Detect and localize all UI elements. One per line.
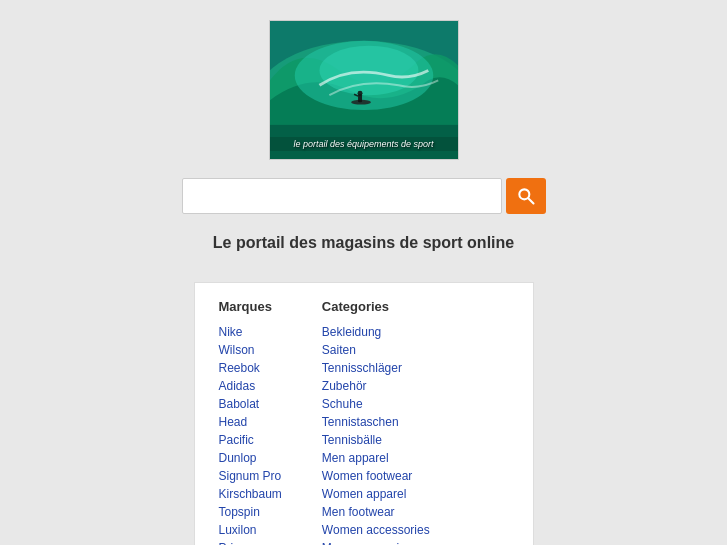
category-link[interactable]: Schuhe	[322, 397, 363, 411]
category-link[interactable]: Zubehör	[322, 379, 367, 393]
page-wrapper: le portail des équipements de sport Le p…	[0, 0, 727, 545]
list-item: Nike	[219, 324, 282, 339]
marque-link[interactable]: Luxilon	[219, 523, 257, 537]
list-item: Tennisbälle	[322, 432, 430, 447]
page-tagline: Le portail des magasins de sport online	[213, 234, 514, 252]
category-link[interactable]: Tennistaschen	[322, 415, 399, 429]
category-link[interactable]: Men footwear	[322, 505, 395, 519]
marque-link[interactable]: Pacific	[219, 433, 254, 447]
list-item: Prince	[219, 540, 282, 545]
list-item: Tennistaschen	[322, 414, 430, 429]
list-item: Pacific	[219, 432, 282, 447]
search-button[interactable]	[506, 178, 546, 214]
search-icon	[516, 186, 536, 206]
list-item: Head	[219, 414, 282, 429]
list-item: Signum Pro	[219, 468, 282, 483]
list-item: Bekleidung	[322, 324, 430, 339]
list-item: Women accessories	[322, 522, 430, 537]
list-item: Men apparel	[322, 450, 430, 465]
marque-link[interactable]: Reebok	[219, 361, 260, 375]
marque-link[interactable]: Kirschbaum	[219, 487, 282, 501]
search-input[interactable]	[182, 178, 502, 214]
categories-header: Categories	[322, 299, 430, 314]
category-link[interactable]: Bekleidung	[322, 325, 381, 339]
category-link[interactable]: Tennisbälle	[322, 433, 382, 447]
list-item: Adidas	[219, 378, 282, 393]
marques-header: Marques	[219, 299, 282, 314]
logo-background: le portail des équipements de sport	[270, 21, 458, 159]
list-item: Men accessories	[322, 540, 430, 545]
list-item: Babolat	[219, 396, 282, 411]
list-item: Saiten	[322, 342, 430, 357]
svg-point-3	[319, 46, 418, 95]
categories-column: Categories BekleidungSaitenTennisschläge…	[322, 299, 430, 545]
list-item: Luxilon	[219, 522, 282, 537]
list-item: Women apparel	[322, 486, 430, 501]
category-link[interactable]: Women accessories	[322, 523, 430, 537]
marque-link[interactable]: Topspin	[219, 505, 260, 519]
marque-link[interactable]: Head	[219, 415, 248, 429]
logo-tagline: le portail des équipements de sport	[270, 137, 458, 151]
category-link[interactable]: Women apparel	[322, 487, 407, 501]
category-link[interactable]: Men apparel	[322, 451, 389, 465]
svg-line-10	[528, 199, 533, 204]
list-item: Wilson	[219, 342, 282, 357]
list-item: Schuhe	[322, 396, 430, 411]
list-item: Women footwear	[322, 468, 430, 483]
marque-link[interactable]: Dunlop	[219, 451, 257, 465]
columns-container: Marques NikeWilsonReebokAdidasBabolatHea…	[194, 282, 534, 545]
categories-list: BekleidungSaitenTennisschlägerZubehörSch…	[322, 324, 430, 545]
marque-link[interactable]: Babolat	[219, 397, 260, 411]
marque-link[interactable]: Nike	[219, 325, 243, 339]
category-link[interactable]: Men accessories	[322, 541, 412, 545]
marques-column: Marques NikeWilsonReebokAdidasBabolatHea…	[219, 299, 282, 545]
list-item: Tennisschläger	[322, 360, 430, 375]
list-item: Men footwear	[322, 504, 430, 519]
list-item: Dunlop	[219, 450, 282, 465]
logo-container: le portail des équipements de sport	[269, 20, 459, 160]
category-link[interactable]: Tennisschläger	[322, 361, 402, 375]
svg-point-6	[357, 91, 362, 96]
marque-link[interactable]: Adidas	[219, 379, 256, 393]
list-item: Kirschbaum	[219, 486, 282, 501]
list-item: Topspin	[219, 504, 282, 519]
category-link[interactable]: Women footwear	[322, 469, 413, 483]
list-item: Zubehör	[322, 378, 430, 393]
list-item: Reebok	[219, 360, 282, 375]
marque-link[interactable]: Wilson	[219, 343, 255, 357]
search-bar-container	[182, 178, 546, 214]
marques-list: NikeWilsonReebokAdidasBabolatHeadPacific…	[219, 324, 282, 545]
marque-link[interactable]: Signum Pro	[219, 469, 282, 483]
category-link[interactable]: Saiten	[322, 343, 356, 357]
marque-link[interactable]: Prince	[219, 541, 253, 545]
